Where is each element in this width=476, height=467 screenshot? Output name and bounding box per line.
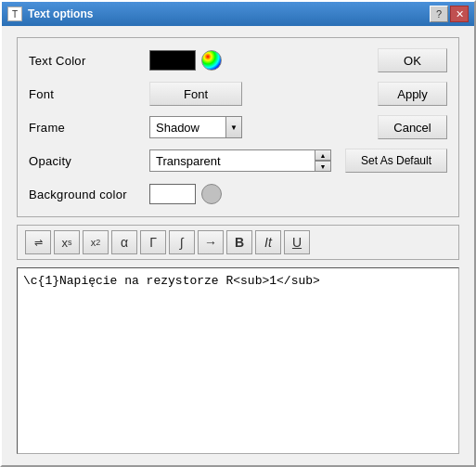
opacity-label: Opacity (29, 154, 149, 168)
font-button[interactable]: Font (149, 82, 242, 106)
text-color-swatch[interactable] (149, 50, 196, 71)
title-bar-left: T Text options (7, 6, 93, 21)
bg-color-swatch[interactable] (149, 184, 196, 204)
alpha-button[interactable]: α (111, 230, 137, 254)
color-picker-button[interactable] (201, 50, 222, 71)
content-area: Text Color OK Font Font Apply Frame (2, 26, 474, 465)
title-bar: T Text options ? ✕ (2, 2, 474, 26)
set-default-button[interactable]: Set As Default (345, 149, 447, 173)
opacity-input[interactable] (149, 149, 331, 172)
bold-button[interactable]: B (226, 230, 252, 254)
bg-color-controls (149, 184, 447, 204)
frame-dropdown-wrapper: Shadow None Box ▼ (149, 116, 242, 138)
help-button[interactable]: ? (430, 6, 448, 22)
opacity-down-btn[interactable]: ▼ (315, 161, 331, 172)
frame-label: Frame (29, 121, 149, 135)
text-color-controls (149, 50, 378, 71)
frame-controls: Shadow None Box ▼ (149, 116, 378, 138)
title-controls: ? ✕ (430, 6, 469, 22)
cancel-button[interactable]: Cancel (378, 115, 447, 139)
superscript-button[interactable]: x2 (83, 230, 109, 254)
italic-button[interactable]: It (255, 230, 281, 254)
bg-color-picker-button[interactable] (201, 184, 222, 204)
font-controls: Font (149, 82, 378, 106)
apply-button[interactable]: Apply (378, 82, 447, 106)
window-title: Text options (28, 7, 93, 20)
subscript-button[interactable]: xs (54, 230, 80, 254)
opacity-row: Opacity ▲ ▼ Set As Default (29, 148, 447, 174)
bg-color-row: Background color (29, 181, 447, 207)
arrow-button[interactable]: → (198, 230, 224, 254)
opacity-spinner-wrapper: ▲ ▼ (149, 149, 331, 172)
font-label: Font (29, 87, 149, 101)
form-section: Text Color OK Font Font Apply Frame (17, 37, 459, 217)
gamma-button[interactable]: Γ (140, 230, 166, 254)
opacity-spinner-btns: ▲ ▼ (315, 149, 331, 172)
frame-row: Frame Shadow None Box ▼ Cancel (29, 114, 447, 140)
opacity-up-btn[interactable]: ▲ (315, 149, 331, 161)
underline-button[interactable]: U (284, 230, 310, 254)
align-button[interactable]: ⇌ (25, 230, 51, 254)
text-color-row: Text Color OK (29, 47, 447, 73)
opacity-controls: ▲ ▼ (149, 149, 345, 172)
close-button[interactable]: ✕ (450, 6, 469, 22)
toolbar-section: ⇌ xs x2 α Γ ∫ → B It U (17, 225, 459, 260)
window-icon: T (7, 6, 22, 21)
bg-color-label: Background color (29, 188, 149, 201)
text-editor[interactable]: \c{1}Napięcie na rezystorze R<sub>1</sub… (17, 267, 459, 454)
integral-button[interactable]: ∫ (169, 230, 195, 254)
frame-dropdown[interactable]: Shadow None Box (149, 116, 242, 138)
text-options-window: T Text options ? ✕ Text Color OK Font (0, 0, 476, 467)
font-row: Font Font Apply (29, 81, 447, 107)
ok-button[interactable]: OK (378, 48, 447, 72)
text-color-label: Text Color (29, 54, 149, 68)
